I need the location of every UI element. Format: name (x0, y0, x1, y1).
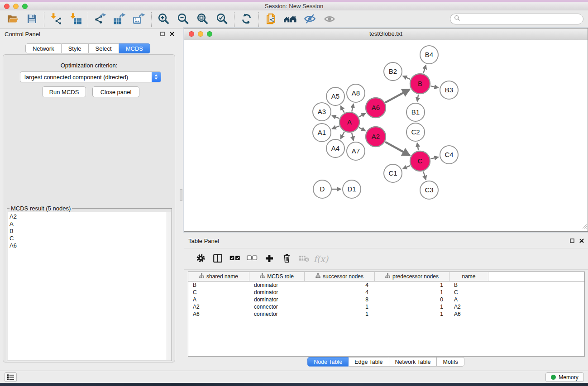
tab-edge-table[interactable]: Edge Table (349, 357, 389, 367)
save-session-button[interactable] (22, 11, 42, 28)
search-input[interactable] (463, 15, 579, 23)
resize-grip-icon[interactable] (581, 223, 587, 231)
graph-edge-A-A5[interactable] (340, 106, 344, 113)
copy-network-button[interactable] (261, 11, 281, 28)
run-mcds-button[interactable]: Run MCDS (42, 86, 86, 97)
graph-node-B[interactable]: B (410, 74, 430, 94)
zoom-in-button[interactable] (154, 11, 173, 28)
graph-edge-A-A2[interactable] (359, 128, 365, 131)
graph-node-C2[interactable]: C2 (406, 123, 425, 141)
graph-edge-C-C4[interactable] (430, 157, 438, 159)
graph-edge-C-C2[interactable] (417, 143, 419, 151)
column-header-predecessor-nodes[interactable]: predecessor nodes (375, 272, 449, 281)
mcds-result-item[interactable]: A2 (10, 213, 167, 220)
graph-node-A2[interactable]: A2 (366, 127, 386, 147)
graph-node-D1[interactable]: D1 (343, 180, 361, 198)
table-cell[interactable]: A6 (188, 311, 249, 317)
graph-edge-B-B1[interactable] (417, 95, 418, 102)
network-graph[interactable]: B4B2BB3A8A5A6B1A3AA1C2A2A4A7C4CC1DD1C3 (184, 40, 588, 231)
mcds-result-item[interactable]: C (10, 235, 167, 242)
table-cell[interactable]: A (449, 296, 488, 303)
float-table-panel-icon[interactable] (569, 238, 575, 243)
table-cell[interactable]: 1 (305, 311, 375, 317)
table-cell[interactable]: dominator (249, 282, 305, 288)
table-cell[interactable]: 8 (305, 296, 375, 303)
export-image-button[interactable] (129, 11, 149, 28)
table-cell[interactable]: C (449, 289, 488, 295)
table-cell[interactable]: B (449, 282, 488, 288)
table-cell[interactable]: 1 (375, 311, 449, 317)
refresh-view-button[interactable] (237, 11, 256, 28)
table-cell[interactable]: dominator (249, 296, 305, 303)
graph-edge-A-A4[interactable] (340, 132, 344, 139)
column-header-shared-name[interactable]: shared name (188, 272, 249, 281)
table-cell[interactable]: A2 (449, 304, 488, 310)
home-view-button[interactable] (281, 11, 300, 28)
close-panel-button[interactable]: Close panel (92, 86, 139, 97)
tab-network[interactable]: Network (25, 43, 62, 53)
graph-edge-B-B3[interactable] (430, 86, 438, 88)
table-row[interactable]: Cdominator41C (188, 289, 584, 296)
add-column-button[interactable] (261, 250, 278, 267)
graph-edge-A-A7[interactable] (352, 133, 354, 140)
graph-node-A1[interactable]: A1 (313, 124, 331, 142)
graph-node-A3[interactable]: A3 (313, 103, 331, 121)
mcds-result-item[interactable]: A (10, 220, 167, 228)
table-cell[interactable]: A2 (188, 304, 249, 310)
table-row[interactable]: Adominator80A (188, 296, 584, 303)
graph-node-C3[interactable]: C3 (420, 181, 438, 199)
graph-node-A6[interactable]: A6 (366, 98, 386, 118)
table-cell[interactable]: A (188, 296, 249, 303)
table-cell[interactable]: 4 (305, 289, 375, 295)
graph-edge-B-B2[interactable] (403, 76, 410, 79)
graph-edge-B-B4[interactable] (423, 65, 426, 73)
search-field[interactable] (450, 14, 583, 24)
tab-select[interactable]: Select (89, 43, 119, 53)
graph-edge-C-C1[interactable] (403, 166, 410, 169)
graph-edge-A-A6[interactable] (359, 114, 365, 117)
table-cell[interactable]: connector (249, 304, 305, 310)
table-cell[interactable]: A6 (449, 311, 488, 317)
memory-button[interactable]: Memory (545, 372, 584, 382)
graph-edge-A-A8[interactable] (352, 104, 354, 111)
network-canvas[interactable]: B4B2BB3A8A5A6B1A3AA1C2A2A4A7C4CC1DD1C3 (184, 40, 588, 231)
table-cell[interactable]: 1 (375, 289, 449, 295)
tab-node-table[interactable]: Node Table (307, 357, 349, 367)
export-table-button[interactable] (110, 11, 129, 28)
panel-splitter-grip[interactable] (180, 189, 182, 201)
graph-node-C[interactable]: C (410, 151, 430, 171)
table-cell[interactable]: 4 (305, 282, 375, 288)
float-panel-icon[interactable] (160, 31, 165, 37)
table-row[interactable]: A2connector11A2 (188, 303, 584, 310)
show-graphics-details-button[interactable] (320, 11, 339, 28)
column-header-successor-nodes[interactable]: successor nodes (305, 272, 375, 281)
close-panel-icon[interactable] (169, 31, 175, 37)
open-file-button[interactable] (3, 11, 22, 28)
tab-motifs[interactable]: Motifs (437, 357, 464, 367)
import-network-button[interactable] (47, 11, 66, 28)
table-cell[interactable]: 1 (375, 304, 449, 310)
zoom-selected-button[interactable] (212, 11, 232, 28)
graph-node-A7[interactable]: A7 (347, 142, 365, 160)
task-history-button[interactable] (5, 372, 17, 382)
graph-edge-A2-C[interactable] (385, 142, 410, 156)
network-window-titlebar[interactable]: testGlobe.txt (184, 29, 588, 40)
graph-edge-A6-B[interactable] (385, 89, 410, 102)
close-table-panel-icon[interactable] (579, 238, 584, 243)
columns-button[interactable] (209, 250, 226, 267)
column-header-name[interactable]: name (449, 272, 488, 281)
graph-node-B4[interactable]: B4 (420, 46, 438, 64)
mcds-result-list[interactable]: A2ABCA6 (8, 212, 167, 360)
table-cell[interactable]: B (188, 282, 249, 288)
deselect-all-button[interactable] (244, 250, 261, 267)
graph-edge-A-A1[interactable] (332, 126, 339, 129)
delete-column-button[interactable] (278, 250, 295, 267)
import-table-button[interactable] (66, 11, 86, 28)
result-scrollbar[interactable] (167, 212, 171, 360)
optimization-criterion-select[interactable]: largest connected component (directed) (20, 71, 161, 82)
mcds-result-item[interactable]: B (10, 228, 167, 235)
graph-node-C1[interactable]: C1 (384, 164, 402, 182)
graph-edge-C-C3[interactable] (423, 172, 426, 180)
column-header-mcds-role[interactable]: MCDS role (249, 272, 305, 281)
table-row[interactable]: A6connector11A6 (188, 310, 584, 318)
